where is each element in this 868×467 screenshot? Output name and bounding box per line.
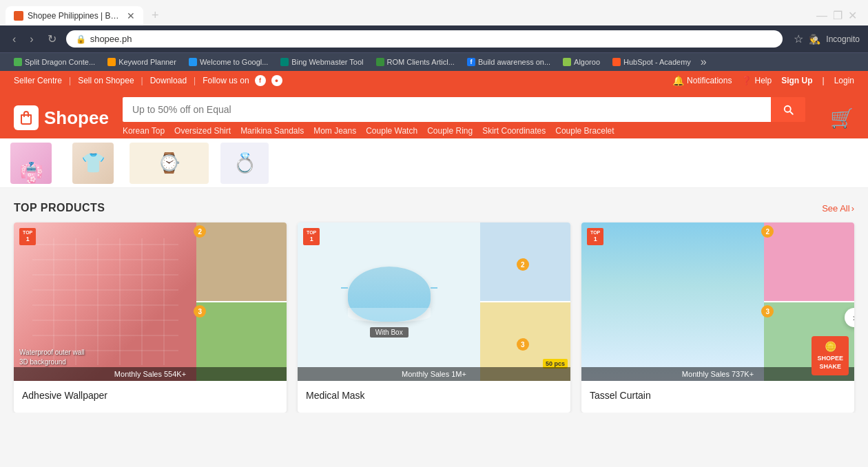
suggestion-skirt-coordinates[interactable]: Skirt Coordinates: [482, 126, 546, 136]
back-button[interactable]: ‹: [8, 30, 20, 48]
tab-bar: Shopee Philippines | Buy and Se... ✕ + —…: [0, 0, 868, 25]
sign-up-link[interactable]: Sign Up: [781, 76, 812, 85]
products-grid: TOP 1 Waterproof outer wall 3D backgroun…: [14, 222, 854, 413]
close-button[interactable]: ✕: [848, 9, 857, 22]
product-images: TOP 1: [581, 222, 854, 381]
bookmark-split-dragon[interactable]: Split Dragon Conte...: [8, 56, 101, 68]
bookmark-favicon: [376, 58, 384, 66]
more-bookmarks[interactable]: »: [701, 56, 707, 68]
bookmark-build-awareness[interactable]: f Build awareness on...: [462, 56, 556, 68]
product-card-medical-mask[interactable]: TOP 1 With Box: [298, 222, 570, 413]
product-info: Medical Mask: [298, 381, 570, 413]
suggestion-couple-watch[interactable]: Couple Watch: [366, 126, 417, 136]
search-icon: [782, 103, 794, 116]
suggestion-oversized-shirt[interactable]: Oversized Shirt: [174, 126, 231, 136]
bookmark-keyword-planner[interactable]: Keyword Planner: [102, 56, 182, 68]
product-name: Adhesive Wallpaper: [22, 390, 107, 401]
suggestion-mom-jeans[interactable]: Mom Jeans: [313, 126, 356, 136]
see-all-link[interactable]: See All ›: [822, 203, 854, 214]
tab-close-button[interactable]: ✕: [127, 10, 135, 21]
product-card-tassel-curtain[interactable]: TOP 1: [581, 222, 854, 413]
shopee-bag-icon: [14, 105, 39, 130]
product-info: Adhesive Wallpaper: [14, 381, 287, 413]
seller-centre-link[interactable]: Seller Centre: [14, 76, 62, 85]
product-main-image: With Box: [298, 222, 480, 381]
notifications-label: Notifications: [687, 76, 732, 85]
bookmark-rom-clients[interactable]: ROM Clients Articl...: [371, 56, 460, 68]
chevron-right-icon: ›: [851, 203, 854, 214]
top-label: TOP: [23, 229, 32, 236]
bookmark-label: Keyword Planner: [118, 58, 176, 66]
badge-3: 3: [517, 338, 529, 351]
top-label: TOP: [307, 229, 316, 236]
search-container: Korean Top Oversized Shirt Marikina Sand…: [123, 97, 805, 138]
maximize-button[interactable]: ❐: [833, 9, 843, 22]
address-actions: ☆ 🕵 Incognito: [794, 32, 860, 45]
category-item-oversized-shirt[interactable]: 👕: [62, 143, 124, 184]
wallpaper-description: Waterproof outer wall 3D background: [19, 348, 85, 367]
bookmark-welcome-google[interactable]: Welcome to Googl...: [183, 56, 273, 68]
top-label: TOP: [590, 229, 600, 236]
instagram-icon[interactable]: ●: [271, 75, 282, 86]
shake-label: SHAKE: [819, 363, 841, 370]
help-icon: ❓: [741, 76, 752, 85]
category-item-couple-ring[interactable]: 💍: [214, 143, 276, 184]
top1-badge: TOP 1: [587, 228, 603, 245]
tab-favicon: [14, 11, 23, 21]
product-card-adhesive-wallpaper[interactable]: TOP 1 Waterproof outer wall 3D backgroun…: [14, 222, 287, 413]
search-button[interactable]: [771, 97, 805, 122]
follow-us: Follow us on f ●: [203, 75, 282, 86]
bookmark-algoroo[interactable]: Algoroo: [557, 56, 606, 68]
category-scroll-area: 👘 👕 ⌚ 💍: [0, 138, 868, 188]
product-images: TOP 1 With Box: [298, 222, 570, 381]
product-side-images: 2 3: [196, 222, 287, 381]
suggestion-marikina-sandals[interactable]: Marikina Sandals: [240, 126, 304, 136]
bookmark-favicon: f: [467, 58, 475, 66]
monthly-sales-bar: Monthly Sales 1M+: [298, 367, 570, 381]
notifications-link[interactable]: 🔔 Notifications: [672, 75, 732, 86]
bookmark-star[interactable]: ☆: [794, 32, 803, 45]
monthly-sales-bar: Monthly Sales 554K+: [14, 367, 287, 381]
with-box-label: With Box: [370, 327, 409, 338]
bookmark-bing-webmaster[interactable]: Bing Webmaster Tool: [275, 56, 369, 68]
shopee-shake-button[interactable]: 🪙 SHOPEE SHAKE: [812, 336, 849, 375]
top-bar-right: 🔔 Notifications ❓ Help Sign Up | Login: [672, 75, 854, 86]
forward-button[interactable]: ›: [25, 30, 37, 48]
suggestion-couple-bracelet[interactable]: Couple Bracelet: [555, 126, 614, 136]
product-main-image: [581, 222, 764, 381]
help-link[interactable]: ❓ Help: [741, 76, 772, 85]
bookmark-favicon: [612, 58, 621, 66]
lock-icon: 🔒: [76, 34, 86, 44]
bookmark-hubspot[interactable]: HubSpot - Academy: [607, 56, 696, 68]
active-tab[interactable]: Shopee Philippines | Buy and Se... ✕: [6, 6, 143, 25]
bell-icon: 🔔: [672, 75, 684, 86]
cart-button[interactable]: 🛒: [830, 107, 854, 129]
bag-svg: [18, 110, 34, 126]
new-tab-button[interactable]: +: [146, 6, 165, 25]
category-item-couple-watch[interactable]: ⌚: [124, 143, 214, 184]
search-input[interactable]: [123, 97, 771, 122]
category-img: 👘: [10, 143, 52, 184]
suggestion-korean-top[interactable]: Korean Top: [123, 126, 165, 136]
category-item-korean-top[interactable]: 👘: [0, 143, 62, 184]
download-link[interactable]: Download: [150, 76, 187, 85]
login-link[interactable]: Login: [834, 76, 854, 85]
refresh-button[interactable]: ↻: [43, 30, 61, 48]
bookmark-label: Build awareness on...: [478, 58, 550, 66]
product-side-images: 2 3: [480, 222, 570, 381]
window-controls: — ❐ ✕: [816, 9, 862, 22]
divider: |: [823, 76, 825, 85]
url-display: shopee.ph: [90, 34, 132, 44]
shopee-logo[interactable]: Shopee: [14, 105, 109, 130]
facebook-icon[interactable]: f: [255, 75, 266, 86]
product-name: Medical Mask: [306, 390, 365, 401]
minimize-button[interactable]: —: [816, 10, 827, 22]
suggestion-couple-ring[interactable]: Couple Ring: [427, 126, 473, 136]
help-label: Help: [754, 76, 772, 85]
address-input[interactable]: 🔒 shopee.ph: [66, 30, 783, 48]
bookmark-label: Bing Webmaster Tool: [291, 58, 363, 66]
sell-on-shopee-link[interactable]: Sell on Shopee: [78, 76, 134, 85]
browser-chrome: Shopee Philippines | Buy and Se... ✕ + —…: [0, 0, 868, 71]
bookmark-label: Split Dragon Conte...: [25, 58, 95, 66]
product-images: TOP 1 Waterproof outer wall 3D backgroun…: [14, 222, 287, 381]
